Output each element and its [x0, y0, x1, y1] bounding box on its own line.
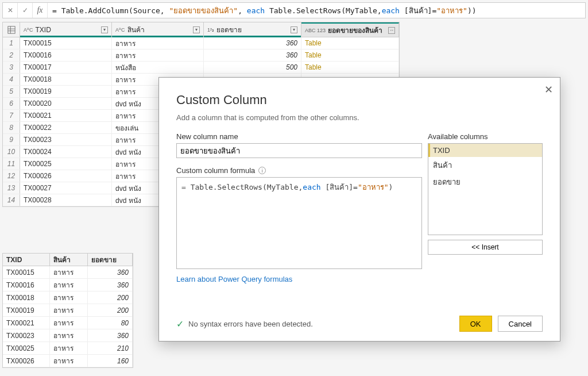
row-number: 14: [3, 194, 20, 206]
cell-txid[interactable]: TX00023: [20, 134, 112, 145]
row-number: 11: [3, 158, 20, 170]
cell-txid[interactable]: TX00018: [20, 74, 112, 85]
learn-link[interactable]: Learn about Power Query formulas: [176, 269, 543, 283]
table-row[interactable]: TX00026อาหาร160: [3, 355, 133, 367]
cell-txid[interactable]: TX00021: [20, 110, 112, 121]
fx-icon[interactable]: fx: [33, 3, 48, 18]
table-icon[interactable]: [3, 22, 20, 37]
cancel-formula-icon[interactable]: ✕: [3, 3, 18, 18]
cell-sales[interactable]: 80: [88, 317, 133, 329]
table-row[interactable]: TX00019อาหาร200: [3, 304, 133, 317]
col-header-sales[interactable]: 1²₃ ยอดขาย ▾: [204, 22, 301, 37]
cancel-button[interactable]: Cancel: [498, 316, 543, 332]
table-row[interactable]: TX00021อาหาร80: [3, 317, 133, 329]
cell-product[interactable]: อาหาร: [50, 342, 88, 354]
col-header-product[interactable]: AᴮC สินค้า ▾: [112, 22, 204, 37]
cell-product[interactable]: หนังสือ: [112, 62, 204, 73]
cell-new[interactable]: Table: [301, 49, 399, 61]
cell-sales[interactable]: 360: [88, 266, 133, 278]
cell-product[interactable]: อาหาร: [50, 317, 88, 329]
cell-product[interactable]: อาหาร: [112, 37, 204, 49]
cell-txid[interactable]: TX00019: [3, 304, 50, 316]
row-number: 6: [3, 98, 20, 109]
cell-txid[interactable]: TX00022: [20, 122, 112, 133]
mini-header-product[interactable]: สินค้า: [50, 254, 88, 266]
table-row[interactable]: TX00018อาหาร200: [3, 291, 133, 304]
type-number-icon: 1²₃: [207, 27, 214, 33]
insert-button[interactable]: << Insert: [428, 240, 543, 255]
cell-product[interactable]: อาหาร: [50, 355, 88, 367]
cell-txid[interactable]: TX00023: [3, 329, 50, 342]
table-row[interactable]: TX00016อาหาร360: [3, 279, 133, 291]
cell-txid[interactable]: TX00028: [20, 194, 112, 206]
cell-new[interactable]: Table: [301, 37, 399, 49]
cell-new[interactable]: Table: [301, 62, 399, 73]
svg-rect-0: [7, 26, 14, 33]
cell-sales[interactable]: 210: [88, 342, 133, 354]
cell-sales[interactable]: 360: [204, 49, 301, 61]
row-number: 12: [3, 170, 20, 182]
close-icon[interactable]: ✕: [544, 83, 553, 96]
mini-header-txid[interactable]: TXID: [3, 254, 50, 266]
cell-txid[interactable]: TX00016: [3, 279, 50, 291]
cell-sales[interactable]: 360: [88, 279, 133, 291]
cell-sales[interactable]: 160: [88, 355, 133, 367]
cell-txid[interactable]: TX00015: [20, 37, 112, 49]
ok-button[interactable]: OK: [459, 316, 492, 332]
table-row[interactable]: TX00023อาหาร360: [3, 329, 133, 342]
new-column-name-label: New column name: [176, 132, 422, 141]
info-icon[interactable]: i: [258, 167, 266, 174]
cell-product[interactable]: อาหาร: [50, 279, 88, 291]
expand-icon[interactable]: ↔: [388, 27, 395, 34]
chevron-down-icon[interactable]: ▾: [193, 26, 200, 33]
cell-product[interactable]: อาหาร: [50, 266, 88, 278]
cell-sales[interactable]: 200: [88, 304, 133, 316]
available-column-item[interactable]: สินค้า: [428, 157, 542, 174]
table-row[interactable]: 1TX00015อาหาร360Table: [3, 37, 399, 49]
cell-product[interactable]: อาหาร: [50, 304, 88, 316]
cell-product[interactable]: อาหาร: [112, 49, 204, 61]
mini-header-sales[interactable]: ยอดขาย: [88, 254, 133, 266]
available-column-item[interactable]: TXID: [428, 144, 542, 157]
cell-txid[interactable]: TX00025: [20, 158, 112, 170]
chevron-down-icon[interactable]: ▾: [291, 26, 297, 33]
col-header-new[interactable]: ABC 123 ยอดขายของสินค้า ↔: [301, 22, 399, 37]
cell-product[interactable]: อาหาร: [50, 291, 88, 304]
cell-txid[interactable]: TX00019: [20, 86, 112, 97]
cell-txid[interactable]: TX00021: [3, 317, 50, 329]
cell-sales[interactable]: 360: [204, 37, 301, 49]
col-header-txid[interactable]: AᴮC TXID ▾: [20, 22, 112, 37]
cell-txid[interactable]: TX00015: [3, 266, 50, 278]
row-number: 1: [3, 37, 20, 49]
cell-txid[interactable]: TX00025: [3, 342, 50, 354]
available-columns-label: Available columns: [428, 132, 543, 141]
chevron-down-icon[interactable]: ▾: [101, 26, 108, 33]
type-text-icon: AᴮC: [24, 27, 33, 33]
cell-txid[interactable]: TX00024: [20, 146, 112, 158]
custom-formula-input[interactable]: = Table.SelectRows(MyTable,each [สินค้า]…: [176, 177, 422, 269]
custom-column-dialog: ✕ Custom Column Add a column that is com…: [158, 77, 560, 342]
cell-sales[interactable]: 360: [88, 329, 133, 342]
cell-txid[interactable]: TX00027: [20, 182, 112, 194]
mini-table: TXID สินค้า ยอดขาย TX00015อาหาร360TX0001…: [2, 253, 133, 368]
table-row[interactable]: TX00025อาหาร210: [3, 342, 133, 355]
cell-txid[interactable]: TX00018: [3, 291, 50, 304]
formula-text[interactable]: = Table.AddColumn(Source, "ยอดขายของสินค…: [48, 5, 585, 17]
new-column-name-input[interactable]: [176, 143, 422, 158]
accept-formula-icon[interactable]: ✓: [18, 3, 33, 18]
dialog-subtitle: Add a column that is computed from the o…: [176, 113, 543, 122]
cell-txid[interactable]: TX00017: [20, 62, 112, 73]
table-row[interactable]: 3TX00017หนังสือ500Table: [3, 62, 399, 74]
cell-sales[interactable]: 200: [88, 291, 133, 304]
cell-txid[interactable]: TX00016: [20, 49, 112, 61]
row-number: 3: [3, 62, 20, 73]
cell-product[interactable]: อาหาร: [50, 329, 88, 342]
cell-txid[interactable]: TX00026: [3, 355, 50, 367]
available-column-item[interactable]: ยอดขาย: [428, 174, 542, 190]
cell-sales[interactable]: 500: [204, 62, 301, 73]
table-row[interactable]: 2TX00016อาหาร360Table: [3, 49, 399, 62]
cell-txid[interactable]: TX00020: [20, 98, 112, 109]
table-row[interactable]: TX00015อาหาร360: [3, 266, 133, 279]
available-columns-list[interactable]: TXID สินค้า ยอดขาย: [428, 143, 543, 235]
cell-txid[interactable]: TX00026: [20, 170, 112, 182]
